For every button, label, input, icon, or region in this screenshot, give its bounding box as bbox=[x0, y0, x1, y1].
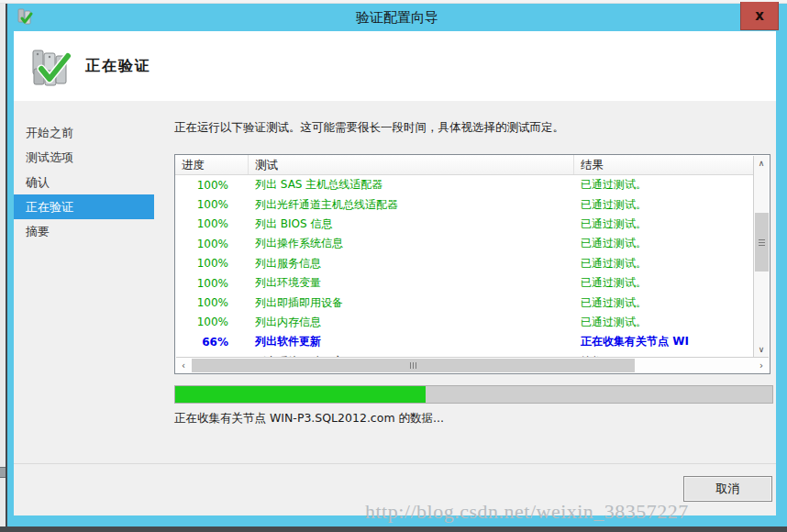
cell-test: 列出操作系统信息 bbox=[249, 236, 574, 251]
cell-result: 已通过测试。 bbox=[574, 256, 753, 272]
wizard-header: 正在验证 bbox=[14, 31, 776, 101]
table-row[interactable]: 100% 列出 SAS 主机总线适配器 已通过测试。 bbox=[176, 175, 753, 194]
table-row[interactable]: 100% 列出环境变量 已通过测试。 bbox=[176, 273, 753, 293]
overall-progress-bar bbox=[174, 385, 773, 404]
table-row[interactable]: 100% 列出光纤通道主机总线适配器 已通过测试。 bbox=[176, 194, 753, 214]
cell-progress: 66% bbox=[176, 336, 249, 349]
titlebar: 验证配置向导 x bbox=[7, 4, 787, 31]
cell-progress: 100% bbox=[176, 238, 249, 250]
tests-listview: 进度 测试 结果 100% 列出 SAS 主机总线适配器 已通过测试。 100%… bbox=[174, 154, 770, 374]
cell-result: 已通过测试。 bbox=[574, 197, 753, 213]
cell-progress: 100% bbox=[176, 316, 249, 328]
cell-progress: 100% bbox=[176, 198, 249, 211]
table-row[interactable]: 100% 列出操作系统信息 已通过测试。 bbox=[176, 234, 753, 253]
validating-servers-icon bbox=[30, 45, 72, 87]
status-text: 正在收集有关节点 WIN-P3.SQL2012.com 的数据... bbox=[174, 411, 444, 427]
column-header-test[interactable]: 测试 bbox=[249, 155, 574, 174]
cell-test: 列出即插即用设备 bbox=[249, 295, 574, 311]
horizontal-scrollbar[interactable]: ‹ › bbox=[176, 357, 769, 372]
button-bar: 取消 bbox=[14, 463, 776, 515]
cell-result: 已通过测试。 bbox=[574, 315, 753, 330]
sidebar-item-正在验证[interactable]: 正在验证 bbox=[14, 194, 154, 219]
sidebar-item-开始之前[interactable]: 开始之前 bbox=[14, 120, 154, 145]
vertical-scrollbar[interactable]: ∧ ∨ bbox=[753, 156, 769, 357]
window-title: 验证配置向导 bbox=[7, 9, 787, 27]
desktop-bottom-strip bbox=[0, 526, 787, 532]
wizard-dialog: 验证配置向导 x 正在验证 开始之前 测试选项 确认 正在验 bbox=[7, 4, 787, 526]
sidebar-item-label: 测试选项 bbox=[26, 150, 73, 164]
horizontal-scroll-thumb[interactable] bbox=[192, 359, 635, 372]
table-row[interactable]: 100% 列出服务信息 已通过测试。 bbox=[176, 254, 753, 273]
scroll-right-icon[interactable]: › bbox=[754, 358, 769, 372]
cell-test: 列出内存信息 bbox=[249, 315, 574, 330]
sidebar-item-测试选项[interactable]: 测试选项 bbox=[14, 145, 154, 170]
dialog-body: 正在验证 开始之前 测试选项 确认 正在验证 摘要 正在运行以下验证测试。这可能… bbox=[14, 31, 776, 515]
scroll-left-icon[interactable]: ‹ bbox=[176, 358, 191, 372]
cell-result: 正在收集有关节点 WI bbox=[574, 334, 753, 349]
column-header-progress[interactable]: 进度 bbox=[175, 155, 249, 174]
sidebar: 开始之前 测试选项 确认 正在验证 摘要 bbox=[14, 120, 154, 244]
cell-result: 已通过测试。 bbox=[574, 216, 753, 232]
main-area: 开始之前 测试选项 确认 正在验证 摘要 正在运行以下验证测试。这可能需要很长一… bbox=[14, 101, 776, 463]
cancel-button[interactable]: 取消 bbox=[683, 476, 772, 502]
sidebar-item-label: 确认 bbox=[26, 175, 50, 189]
cell-test: 列出光纤通道主机总线适配器 bbox=[249, 197, 574, 213]
table-row[interactable]: 100% 列出即插即用设备 已通过测试。 bbox=[176, 293, 753, 312]
table-row[interactable]: 100% 列出内存信息 已通过测试。 bbox=[176, 313, 753, 332]
underlying-window-edge bbox=[0, 4, 7, 526]
cell-result: 已通过测试。 bbox=[574, 295, 753, 311]
scroll-down-icon[interactable]: ∨ bbox=[754, 342, 769, 357]
table-body: 100% 列出 SAS 主机总线适配器 已通过测试。 100% 列出光纤通道主机… bbox=[176, 175, 753, 357]
cell-progress: 100% bbox=[176, 277, 249, 290]
table-row[interactable]: 66% 列出软件更新 正在收集有关节点 WI bbox=[176, 332, 753, 351]
sidebar-item-摘要[interactable]: 摘要 bbox=[14, 219, 154, 244]
cell-test: 列出 SAS 主机总线适配器 bbox=[249, 177, 574, 193]
cell-test: 列出软件更新 bbox=[249, 334, 574, 349]
cell-progress: 100% bbox=[176, 217, 249, 230]
sidebar-item-label: 开始之前 bbox=[26, 126, 73, 139]
cell-progress: 100% bbox=[176, 296, 249, 309]
cell-test: 列出环境变量 bbox=[249, 275, 574, 291]
cell-test: 列出服务信息 bbox=[249, 256, 574, 272]
page-title: 正在验证 bbox=[85, 57, 151, 76]
cell-result: 已通过测试。 bbox=[574, 275, 753, 291]
cell-progress: 100% bbox=[176, 179, 249, 192]
cell-result: 已通过测试。 bbox=[574, 177, 753, 193]
cell-progress: 100% bbox=[176, 257, 249, 270]
cell-result: 已通过测试。 bbox=[574, 236, 753, 251]
cell-test: 列出 BIOS 信息 bbox=[249, 216, 574, 232]
sidebar-item-label: 正在验证 bbox=[26, 200, 73, 214]
vertical-scroll-thumb[interactable] bbox=[755, 213, 769, 272]
column-header-result[interactable]: 结果 bbox=[574, 155, 754, 174]
sidebar-item-label: 摘要 bbox=[26, 225, 50, 238]
underlying-window-mark bbox=[0, 467, 6, 478]
progress-fill bbox=[175, 386, 426, 403]
listview-header: 进度 测试 结果 bbox=[175, 155, 754, 175]
sidebar-item-确认[interactable]: 确认 bbox=[14, 170, 154, 194]
close-button[interactable]: x bbox=[740, 2, 779, 30]
table-row[interactable]: 100% 列出 BIOS 信息 已通过测试。 bbox=[176, 215, 753, 234]
intro-text: 正在运行以下验证测试。这可能需要很长一段时间，具体视选择的测试而定。 bbox=[174, 120, 767, 136]
scroll-up-icon[interactable]: ∧ bbox=[754, 156, 769, 171]
